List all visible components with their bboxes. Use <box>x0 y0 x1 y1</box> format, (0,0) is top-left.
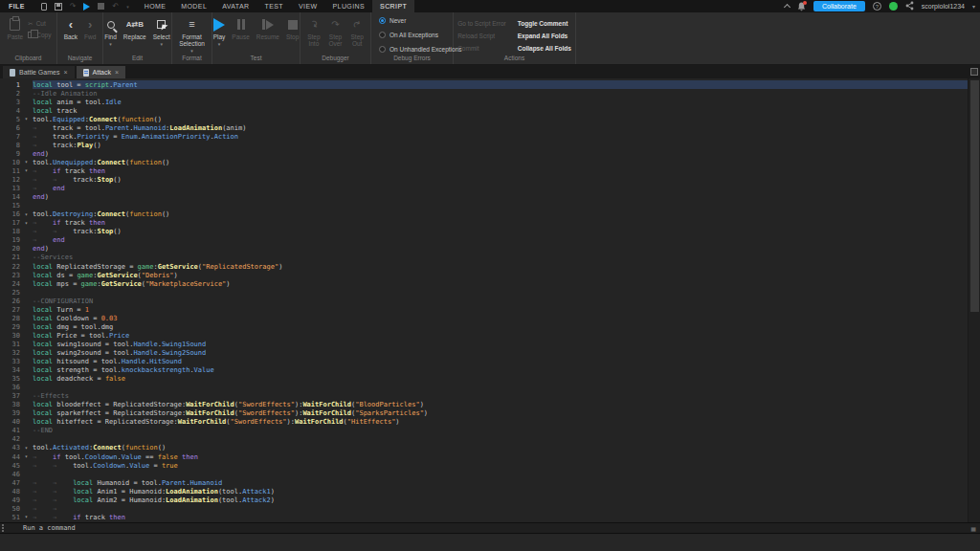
close-tab-icon[interactable]: × <box>115 69 119 76</box>
code-text[interactable]: local dmg = tool.dmg <box>33 322 968 331</box>
file-menu-button[interactable]: FILE <box>0 0 33 12</box>
code-text[interactable]: local swing1sound = tool.Handle.Swing1So… <box>33 340 968 348</box>
new-file-icon[interactable] <box>41 3 47 11</box>
code-line[interactable]: 9end) <box>0 149 968 158</box>
code-text[interactable] <box>33 384 968 392</box>
menu-tab-test[interactable]: TEST <box>257 0 292 12</box>
code-line[interactable]: 6→ track = tool.Parent.Humanoid:LoadAnim… <box>0 123 968 132</box>
code-line[interactable]: 1local tool = script.Parent <box>0 80 968 89</box>
code-text[interactable]: → → <box>33 504 968 513</box>
fold-arrow-icon[interactable]: ▾ <box>20 158 33 166</box>
code-line[interactable]: 48→ → local Anim1 = Humanoid:LoadAnimati… <box>0 487 968 496</box>
code-line[interactable]: 29local dmg = tool.dmg <box>0 322 968 331</box>
code-text[interactable]: local bloodeffect = ReplicatedStorage:Wa… <box>33 401 968 409</box>
code-line[interactable]: 17▾→ if track then <box>0 219 968 228</box>
code-text[interactable]: tool.Equipped:Connect(function() <box>33 115 968 123</box>
customize-toolbar-icon[interactable]: ▾ <box>126 3 129 11</box>
action-collapse-all-folds[interactable]: Collapse All Folds <box>518 42 571 55</box>
code-line[interactable]: 32local swing2sound = tool.Handle.Swing2… <box>0 348 968 357</box>
code-line[interactable]: 36 <box>0 384 968 392</box>
code-text[interactable]: → → local Humanoid = tool.Parent.Humanoi… <box>33 478 968 487</box>
code-line[interactable]: 45→ → tool.Cooldown.Value = true <box>0 461 968 470</box>
scrollbar-thumb[interactable] <box>970 80 979 312</box>
share-icon[interactable] <box>905 1 914 11</box>
fold-arrow-icon[interactable]: ▾ <box>20 166 33 175</box>
code-line[interactable]: 35local deadcheck = false <box>0 375 968 384</box>
code-line[interactable]: 37--Effects <box>0 392 968 401</box>
code-line[interactable]: 51▾→ → if track then <box>0 513 968 521</box>
code-text[interactable]: → → if track then <box>33 513 968 521</box>
code-line[interactable]: 43▾tool.Activated:Connect(function() <box>0 444 968 452</box>
code-line[interactable]: 31local swing1sound = tool.Handle.Swing1… <box>0 340 968 348</box>
code-line[interactable]: 2--Idle Animation <box>0 89 968 98</box>
fold-arrow-icon[interactable]: ▾ <box>20 115 33 123</box>
menu-tab-model[interactable]: MODEL <box>173 0 214 12</box>
code-text[interactable]: local Price = tool.Price <box>33 331 968 340</box>
collaborate-button[interactable]: Collaborate <box>813 1 865 11</box>
editor-scrollbar[interactable] <box>968 78 980 522</box>
code-line[interactable]: 10▾tool.Unequipped:Connect(function() <box>0 158 968 166</box>
code-line[interactable]: 11▾→ if track then <box>0 166 968 175</box>
code-line[interactable]: 41--END <box>0 427 968 435</box>
format-selection-button[interactable]: ≡ Format Selection▾ <box>176 16 208 54</box>
code-line[interactable]: 40local hiteffect = ReplicatedStorage:Wa… <box>0 418 968 427</box>
code-text[interactable]: → track.Priority = Enum.AnimationPriorit… <box>33 132 968 141</box>
code-line[interactable]: 27local Turn = 1 <box>0 305 968 314</box>
play-icon[interactable] <box>83 3 90 11</box>
code-text[interactable]: local ReplicatedStorage = game:GetServic… <box>33 262 968 271</box>
code-line[interactable]: 39local sparkeffect = ReplicatedStorage:… <box>0 409 968 418</box>
find-button[interactable]: Find▾ <box>102 16 119 47</box>
code-text[interactable] <box>33 202 968 210</box>
code-line[interactable]: 24local mps = game:GetService("Marketpla… <box>0 279 968 288</box>
code-area[interactable]: 1local tool = script.Parent2--Idle Anima… <box>0 80 968 522</box>
code-text[interactable] <box>33 288 968 297</box>
code-text[interactable]: tool.Activated:Connect(function() <box>33 444 968 452</box>
code-text[interactable]: local track <box>33 106 968 115</box>
select-button[interactable]: Select▾ <box>151 16 172 47</box>
code-line[interactable]: 15 <box>0 202 968 210</box>
code-line[interactable]: 8→ track:Play() <box>0 141 968 149</box>
undo-icon[interactable]: ↶ <box>112 3 119 11</box>
code-line[interactable]: 7→ track.Priority = Enum.AnimationPriori… <box>0 132 968 141</box>
code-line[interactable]: 42 <box>0 435 968 444</box>
code-line[interactable]: 44▾→ if tool.Cooldown.Value == false the… <box>0 452 968 461</box>
code-line[interactable]: 46 <box>0 470 968 478</box>
code-text[interactable]: → end <box>33 236 968 245</box>
code-line[interactable]: 12→ → track:Stop() <box>0 176 968 185</box>
notifications-bell-icon[interactable] <box>797 2 806 11</box>
code-text[interactable]: local hiteffect = ReplicatedStorage:Wait… <box>33 418 968 427</box>
code-line[interactable]: 21--Services <box>0 253 968 262</box>
fold-arrow-icon[interactable]: ▾ <box>20 513 33 521</box>
code-text[interactable]: → track = tool.Parent.Humanoid:LoadAnima… <box>33 123 968 132</box>
code-line[interactable]: 20end) <box>0 245 968 253</box>
code-text[interactable]: --Effects <box>33 392 968 401</box>
code-text[interactable]: local Turn = 1 <box>33 305 968 314</box>
code-text[interactable] <box>33 435 968 444</box>
menu-tab-avatar[interactable]: AVATAR <box>214 0 256 12</box>
code-line[interactable]: 16▾tool.Destroying:Connect(function() <box>0 210 968 219</box>
code-text[interactable]: → → local Anim1 = Humanoid:LoadAnimation… <box>33 487 968 496</box>
doc-tab-battle-games[interactable]: Battle Games × <box>3 66 75 78</box>
code-text[interactable]: tool.Unequipped:Connect(function() <box>33 158 968 166</box>
code-text[interactable]: end) <box>33 193 968 202</box>
code-line[interactable]: 34local strength = tool.knockbackstrengt… <box>0 366 968 375</box>
collapse-ribbon-icon[interactable] <box>784 4 791 11</box>
code-text[interactable]: → if track then <box>33 166 968 175</box>
code-line[interactable]: 5▾tool.Equipped:Connect(function() <box>0 115 968 123</box>
code-line[interactable]: 49→ → local Anim2 = Humanoid:LoadAnimati… <box>0 496 968 504</box>
radio-on-all-exceptions[interactable]: On All Exceptions <box>379 29 438 40</box>
redo-icon[interactable]: ↷ <box>70 3 77 11</box>
code-text[interactable]: --END <box>33 427 968 435</box>
code-text[interactable]: local anim = tool.Idle <box>33 98 968 106</box>
code-line[interactable]: 25 <box>0 288 968 297</box>
code-text[interactable]: local deadcheck = false <box>33 375 968 384</box>
code-text[interactable]: local sparkeffect = ReplicatedStorage:Wa… <box>33 409 968 418</box>
code-line[interactable]: 3local anim = tool.Idle <box>0 98 968 106</box>
code-line[interactable]: 50→ → <box>0 504 968 513</box>
command-bar-grip[interactable] <box>2 524 4 532</box>
code-line[interactable]: 33local hitsound = tool.Handle.HitSound <box>0 358 968 366</box>
code-line[interactable]: 22local ReplicatedStorage = game:GetServ… <box>0 262 968 271</box>
doc-tab-attack[interactable]: Attack × <box>77 66 126 78</box>
code-text[interactable]: → end <box>33 185 968 193</box>
fold-arrow-icon[interactable]: ▾ <box>20 444 33 452</box>
